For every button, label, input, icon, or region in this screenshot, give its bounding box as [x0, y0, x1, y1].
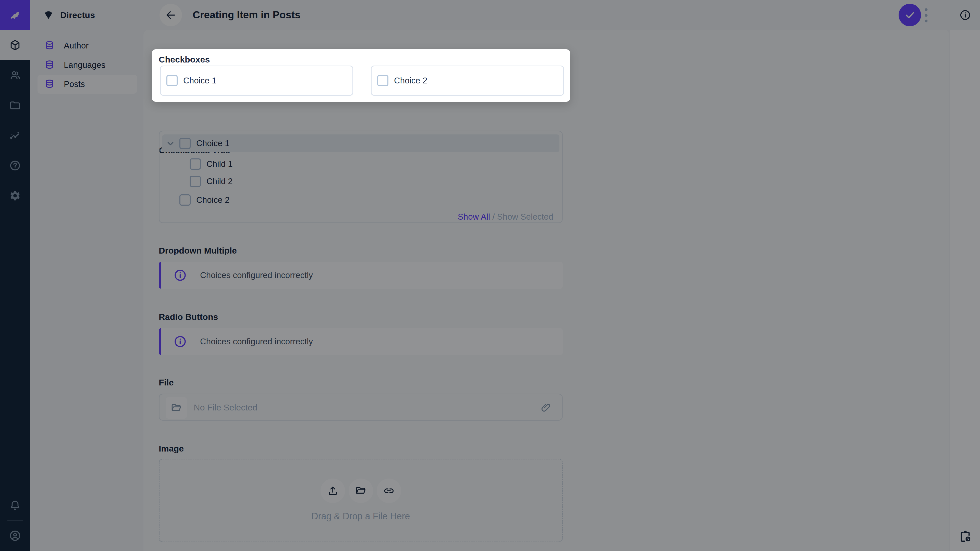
field-label-checkboxes: Checkboxes [159, 55, 210, 65]
checkbox-label: Choice 1 [183, 76, 216, 86]
checkbox[interactable] [377, 75, 388, 86]
checkbox-label: Choice 2 [394, 76, 427, 86]
checkbox[interactable] [166, 75, 178, 86]
checkboxes-field-spotlight: Checkboxes Choice 1 Choice 2 [152, 49, 570, 102]
checkbox-option-choice-2[interactable]: Choice 2 [371, 65, 564, 96]
checkbox-option-choice-1[interactable]: Choice 1 [160, 65, 353, 96]
